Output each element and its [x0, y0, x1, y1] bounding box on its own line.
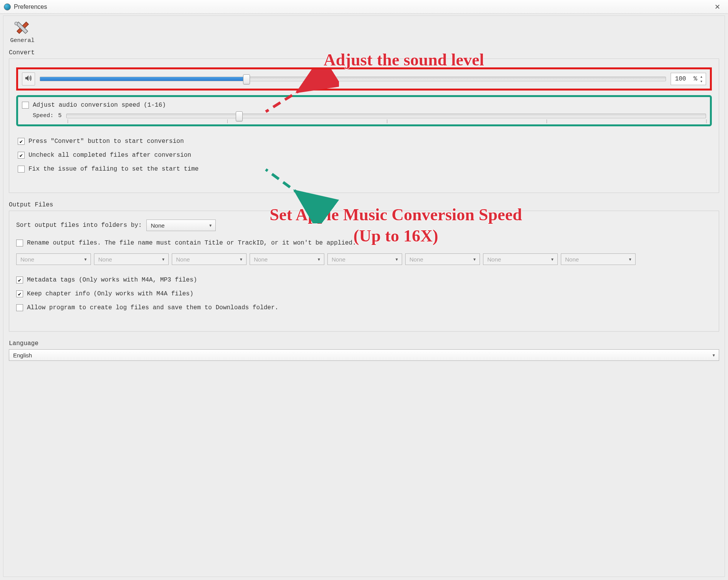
chevron-down-icon: ▼ — [84, 257, 87, 262]
rename-label: Rename output files. The file name must … — [27, 240, 356, 246]
metadata-label: Metadata tags (Only works with M4A, MP3 … — [27, 277, 197, 283]
sort-label: Sort output files into folders by: — [16, 222, 142, 229]
rename-field-dropdown-2[interactable]: None▼ — [172, 253, 247, 265]
chapter-row: ✔ Keep chapter info (Only works with M4A… — [16, 290, 712, 297]
adjust-speed-label: Adjust audio conversion speed (1-16) — [33, 102, 166, 109]
language-value: English — [13, 352, 32, 359]
rename-row: Rename output files. The file name must … — [16, 240, 712, 246]
rename-fields-row: None▼None▼None▼None▼None▼None▼None▼None▼ — [16, 253, 712, 265]
sort-value: None — [151, 222, 164, 229]
output-section-label: Output Files — [9, 201, 719, 208]
language-section: English ▼ — [9, 349, 719, 361]
volume-spinbox[interactable]: 100 % ▲ ▼ — [671, 73, 706, 85]
rename-field-dropdown-7[interactable]: None▼ — [561, 253, 636, 265]
press-convert-label: Press "Convert" button to start conversi… — [29, 138, 184, 145]
app-icon — [4, 3, 11, 10]
sort-dropdown[interactable]: None ▼ — [146, 220, 216, 231]
convert-section-label: Convert — [9, 49, 719, 56]
chevron-down-icon: ▼ — [317, 257, 321, 262]
titlebar: Preferences ✕ — [0, 0, 728, 14]
logs-label: Allow program to create log files and sa… — [27, 304, 278, 311]
rename-field-value: None — [20, 256, 34, 263]
speed-value: 5 — [58, 112, 62, 119]
chevron-down-icon: ▼ — [473, 257, 476, 262]
tools-icon — [13, 20, 32, 37]
rename-field-dropdown-0[interactable]: None▼ — [16, 253, 91, 265]
rename-field-dropdown-6[interactable]: None▼ — [483, 253, 558, 265]
logs-checkbox[interactable] — [16, 304, 23, 311]
chevron-down-icon: ▼ — [628, 257, 632, 262]
press-convert-row: ✔ Press "Convert" button to start conver… — [18, 138, 712, 145]
fix-start-time-label: Fix the issue of failing to set the star… — [29, 166, 199, 173]
chevron-down-icon: ▼ — [712, 353, 716, 357]
language-dropdown[interactable]: English ▼ — [9, 349, 719, 361]
chevron-down-icon: ▼ — [395, 257, 399, 262]
uncheck-completed-label: Uncheck all completed files after conver… — [29, 152, 191, 159]
rename-field-value: None — [176, 256, 190, 263]
window-title: Preferences — [14, 3, 710, 10]
rename-field-dropdown-3[interactable]: None▼ — [250, 253, 324, 265]
convert-options: ✔ Press "Convert" button to start conver… — [16, 138, 712, 173]
volume-suffix: % — [693, 75, 697, 82]
volume-value: 100 — [675, 75, 692, 82]
rename-field-value: None — [332, 256, 346, 263]
volume-steppers: ▲ ▼ — [699, 74, 704, 84]
preferences-panel: General Convert 100 % ▲ ▼ — [3, 15, 725, 577]
speed-prefix: Speed: — [33, 112, 54, 119]
rename-field-dropdown-4[interactable]: None▼ — [327, 253, 402, 265]
adjust-speed-row: Adjust audio conversion speed (1-16) — [22, 102, 706, 109]
sort-row: Sort output files into folders by: None … — [16, 220, 712, 231]
speed-callout: Adjust audio conversion speed (1-16) Spe… — [16, 95, 712, 126]
volume-slider-thumb[interactable] — [243, 74, 250, 84]
fix-start-time-checkbox[interactable] — [18, 166, 25, 173]
chevron-down-icon: ▼ — [550, 257, 554, 262]
volume-step-up[interactable]: ▲ — [699, 74, 704, 79]
adjust-speed-checkbox[interactable] — [22, 102, 29, 109]
volume-slider[interactable] — [40, 77, 666, 81]
logs-row: Allow program to create log files and sa… — [16, 304, 712, 311]
rename-field-dropdown-5[interactable]: None▼ — [405, 253, 480, 265]
speed-slider[interactable]: ||||| — [66, 114, 706, 118]
chevron-down-icon: ▼ — [161, 257, 165, 262]
volume-callout: 100 % ▲ ▼ — [16, 67, 712, 91]
chevron-down-icon: ▼ — [239, 257, 243, 262]
chapter-label: Keep chapter info (Only works with M4A f… — [27, 290, 193, 297]
fix-start-time-row: Fix the issue of failing to set the star… — [18, 166, 712, 173]
tab-general-label: General — [10, 37, 34, 44]
rename-field-dropdown-1[interactable]: None▼ — [94, 253, 169, 265]
rename-checkbox[interactable] — [16, 240, 23, 246]
uncheck-completed-checkbox[interactable]: ✔ — [18, 152, 25, 159]
speaker-icon — [24, 74, 33, 84]
tab-strip: General — [9, 20, 719, 44]
output-section: Sort output files into folders by: None … — [9, 211, 719, 332]
volume-step-down[interactable]: ▼ — [699, 79, 704, 84]
svg-point-0 — [15, 22, 18, 25]
chapter-checkbox[interactable]: ✔ — [16, 290, 23, 297]
press-convert-checkbox[interactable]: ✔ — [18, 138, 25, 145]
rename-field-value: None — [487, 256, 501, 263]
metadata-checkbox[interactable]: ✔ — [16, 277, 23, 283]
mute-button[interactable] — [22, 72, 35, 85]
tab-general[interactable]: General — [9, 20, 36, 44]
rename-field-value: None — [254, 256, 268, 263]
rename-field-value: None — [565, 256, 579, 263]
convert-section: 100 % ▲ ▼ Adjust audio conversion speed … — [9, 59, 719, 193]
speed-body: Speed: 5 ||||| — [22, 112, 706, 119]
rename-field-value: None — [409, 256, 423, 263]
language-section-label: Language — [9, 340, 719, 347]
uncheck-completed-row: ✔ Uncheck all completed files after conv… — [18, 152, 712, 159]
speed-ticks: ||||| — [67, 119, 706, 124]
volume-slider-fill — [40, 77, 247, 81]
metadata-row: ✔ Metadata tags (Only works with M4A, MP… — [16, 277, 712, 283]
chevron-down-icon: ▼ — [209, 223, 213, 228]
close-button[interactable]: ✕ — [710, 3, 724, 11]
rename-field-value: None — [98, 256, 112, 263]
